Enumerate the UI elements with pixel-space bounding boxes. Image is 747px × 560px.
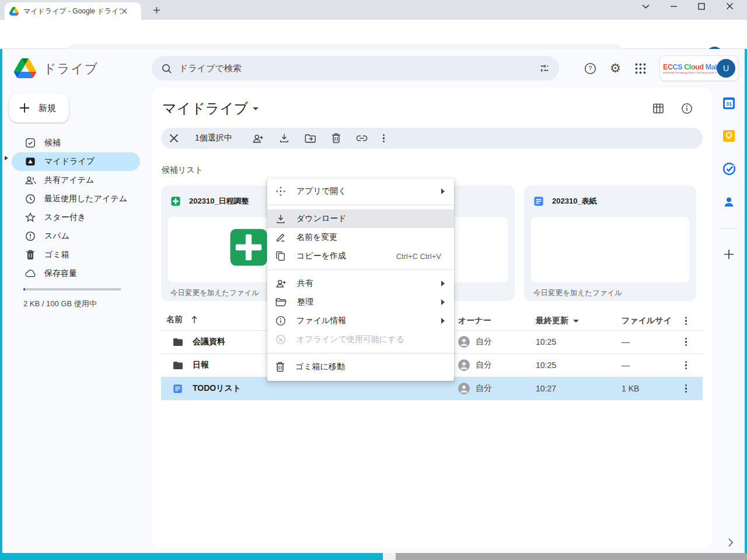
browser-toolbar: drive.google.com/drive/my-drive U (0, 20, 747, 49)
new-button[interactable]: 新規 (9, 93, 69, 123)
search-options-icon[interactable] (539, 63, 550, 74)
column-name[interactable]: 名前 (166, 309, 198, 330)
sidebar-item-storage[interactable]: 保存容量 (12, 264, 140, 283)
svg-text:?: ? (589, 65, 592, 72)
owner-avatar (458, 336, 470, 348)
copy-icon (275, 251, 286, 261)
share-add-person-icon[interactable] (252, 134, 264, 144)
companion-panel: 31 (721, 97, 736, 260)
menu-item-share[interactable]: 共有 (267, 274, 454, 293)
sidebar-item-label: スパム (44, 231, 69, 242)
trash-selection-icon[interactable] (331, 133, 341, 144)
search-input[interactable]: ドライブで検索 (179, 63, 539, 74)
suggested-icon (25, 137, 36, 149)
drive-favicon (9, 7, 19, 16)
owner-avatar (458, 383, 470, 394)
menu-item-file-info[interactable]: ファイル情報 (267, 312, 454, 330)
modified-time: 10:25 (536, 354, 556, 377)
file-info-icon (275, 316, 286, 326)
menu-item-rename[interactable]: 名前を変更 (267, 228, 454, 247)
contacts-icon[interactable] (722, 195, 735, 208)
file-card-docs[interactable]: 202310_表紙 今日変更を加えたファイル (524, 186, 696, 301)
row-menu-icon[interactable] (685, 354, 687, 377)
column-modified[interactable]: 最終更新 (536, 309, 579, 332)
expand-arrow-icon[interactable] (5, 156, 8, 160)
account-avatar[interactable]: U (717, 59, 735, 78)
docs-icon (533, 196, 544, 206)
calendar-icon[interactable]: 31 (722, 97, 735, 110)
menu-divider (267, 270, 454, 270)
move-to-folder-icon[interactable] (305, 134, 316, 144)
sidebar-item-starred[interactable]: スター付き (12, 208, 140, 227)
window-maximize-icon[interactable] (698, 3, 715, 10)
open-with-icon (275, 186, 286, 197)
sidebar-item-recent[interactable]: 最近使用したアイテム (12, 190, 140, 208)
page-title-row[interactable]: マイドライブ (162, 99, 259, 118)
sidebar-item-suggested[interactable]: 候補 (12, 134, 140, 152)
window-controls (642, 2, 743, 10)
clear-selection-icon[interactable] (169, 134, 179, 143)
window-minimize-icon[interactable] (670, 2, 687, 10)
offline-pin-icon (275, 334, 286, 345)
menu-item-organize[interactable]: 整理 (267, 293, 454, 312)
collapse-panel-chevron-icon[interactable] (727, 538, 734, 547)
eccs-logo-text: ECCS Cloud Mail (663, 63, 717, 71)
file-name: 会議資料 (193, 330, 225, 354)
submenu-arrow-icon (441, 281, 445, 286)
tasks-icon[interactable] (722, 162, 736, 176)
file-size: 1 KB (622, 377, 639, 400)
menu-item-offline: オフラインで使用可能にする (267, 330, 454, 349)
star-icon (25, 212, 36, 223)
apps-grid-icon[interactable] (635, 63, 646, 74)
sidebar-item-trash[interactable]: ゴミ箱 (12, 246, 140, 264)
new-button-label: 新規 (39, 103, 56, 114)
tab-close-icon[interactable] (121, 8, 127, 14)
clock-icon (25, 193, 36, 205)
sheets-icon (170, 196, 181, 206)
column-owner[interactable]: オーナー (458, 309, 491, 332)
menu-item-make-copy[interactable]: コピーを作成 Ctrl+C Ctrl+V (267, 247, 454, 265)
search-bar[interactable]: ドライブで検索 (152, 56, 559, 80)
details-info-icon[interactable] (681, 103, 693, 114)
menu-item-move-to-trash[interactable]: ゴミ箱に移動 (267, 358, 454, 376)
owner-name: 自分 (476, 383, 492, 394)
sidebar-item-label: 最近使用したアイテム (44, 194, 127, 204)
help-icon[interactable]: ? (584, 62, 596, 75)
sidebar-item-label: スター付き (44, 212, 86, 223)
sidebar-item-my-drive[interactable]: マイドライブ (12, 152, 140, 171)
keep-icon[interactable] (722, 130, 735, 142)
context-menu: アプリで開く ダウンロード 名前を変更 コピーを作成 Ctrl+C Ctrl+V… (267, 178, 454, 381)
submenu-arrow-icon (441, 188, 445, 194)
folder-icon (173, 361, 183, 370)
column-settings-icon[interactable] (685, 309, 687, 332)
sidebar-item-shared[interactable]: 共有アイテム (12, 171, 140, 190)
row-menu-icon[interactable] (685, 330, 687, 354)
settings-gear-icon[interactable]: ⚙ (610, 61, 621, 75)
get-addons-icon[interactable] (723, 249, 735, 260)
owner-name: 自分 (476, 360, 492, 370)
submenu-arrow-icon (441, 299, 445, 305)
link-icon[interactable] (356, 135, 368, 142)
menu-item-download[interactable]: ダウンロード (267, 209, 454, 228)
grid-view-icon[interactable] (652, 103, 664, 114)
more-actions-icon[interactable] (383, 134, 385, 143)
browser-titlebar: マイドライブ - Google ドライブ (0, 0, 747, 20)
sidebar-item-label: 候補 (44, 138, 61, 148)
account-badge[interactable]: ECCS Cloud Mail Information Technology C… (659, 55, 739, 81)
desktop-edge-bottom-right (396, 553, 747, 560)
desktop-edge-left (0, 49, 2, 560)
sidebar-item-spam[interactable]: スパム (12, 227, 140, 246)
column-size[interactable]: ファイルサイ (622, 309, 672, 332)
window-chevron-icon[interactable] (642, 4, 659, 9)
shared-people-icon (25, 174, 36, 186)
sheets-logo-large (227, 226, 270, 269)
menu-item-open-with[interactable]: アプリで開く (267, 182, 454, 201)
docs-icon (173, 384, 183, 394)
download-icon (275, 214, 286, 224)
organize-folder-icon (275, 298, 287, 307)
row-menu-icon[interactable] (685, 377, 687, 400)
window-close-icon[interactable] (726, 2, 743, 10)
new-tab-icon[interactable] (153, 6, 160, 14)
download-icon[interactable] (279, 133, 289, 144)
browser-tab[interactable]: マイドライブ - Google ドライブ (5, 2, 141, 20)
